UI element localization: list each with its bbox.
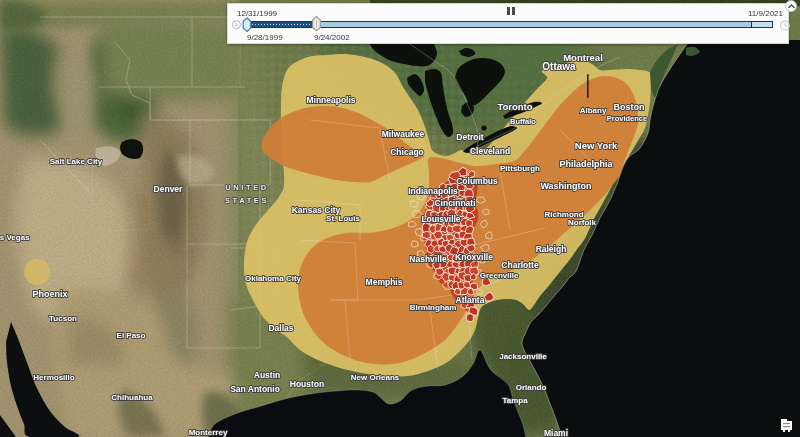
svg-text:Buffalo: Buffalo: [510, 117, 536, 126]
svg-text:Birmingham: Birmingham: [410, 303, 457, 312]
svg-text:Chihuahua: Chihuahua: [111, 393, 153, 402]
svg-text:Monterrey: Monterrey: [189, 428, 228, 437]
svg-text:Pittsburgh: Pittsburgh: [500, 164, 540, 173]
svg-text:Raleigh: Raleigh: [536, 244, 567, 254]
svg-text:UNITED: UNITED: [225, 183, 269, 192]
svg-text:Charlotte: Charlotte: [501, 260, 539, 270]
svg-text:Knoxville: Knoxville: [455, 252, 493, 262]
svg-text:Tampa: Tampa: [502, 396, 528, 405]
svg-text:Philadelphia: Philadelphia: [559, 159, 613, 169]
svg-text:Tucson: Tucson: [49, 314, 77, 323]
svg-text:Oklahoma City: Oklahoma City: [245, 274, 302, 283]
svg-text:Dallas: Dallas: [268, 323, 293, 333]
svg-text:Milwaukee: Milwaukee: [382, 129, 425, 139]
svg-text:Montreal: Montreal: [563, 52, 603, 63]
svg-text:Memphis: Memphis: [366, 277, 403, 287]
svg-text:Toronto: Toronto: [497, 101, 532, 112]
svg-text:Cleveland: Cleveland: [470, 146, 510, 156]
svg-text:Boston: Boston: [614, 102, 645, 112]
svg-text:Cincinnati: Cincinnati: [434, 198, 475, 208]
svg-text:Norfolk: Norfolk: [568, 218, 597, 227]
svg-text:Providence: Providence: [607, 114, 647, 123]
svg-text:El Paso: El Paso: [117, 331, 146, 340]
svg-text:Indianapolis: Indianapolis: [408, 186, 458, 196]
svg-text:Houston: Houston: [290, 379, 324, 389]
svg-text:San Antonio: San Antonio: [230, 384, 280, 394]
svg-text:Louisville: Louisville: [421, 214, 460, 224]
svg-text:Miami: Miami: [544, 428, 568, 437]
svg-text:Columbus: Columbus: [456, 176, 498, 186]
svg-text:Orlando: Orlando: [516, 383, 547, 392]
svg-text:New York: New York: [575, 140, 618, 151]
svg-text:Washington: Washington: [540, 181, 591, 191]
svg-text:Jacksonville: Jacksonville: [499, 352, 547, 361]
svg-text:St. Louis: St. Louis: [326, 214, 360, 223]
svg-text:Greenville: Greenville: [480, 271, 519, 280]
svg-text:Nashville: Nashville: [409, 254, 447, 264]
svg-text:Las Vegas: Las Vegas: [0, 233, 30, 242]
svg-text:Chicago: Chicago: [390, 147, 424, 157]
svg-text:Albany: Albany: [580, 106, 607, 115]
svg-text:STATES: STATES: [225, 196, 269, 205]
svg-text:Detroit: Detroit: [456, 132, 484, 142]
svg-text:New Orleans: New Orleans: [351, 373, 400, 382]
svg-text:Minneapolis: Minneapolis: [306, 95, 355, 105]
svg-text:Denver: Denver: [154, 184, 184, 194]
svg-text:Phoenix: Phoenix: [32, 289, 67, 299]
svg-text:Kansas City: Kansas City: [292, 205, 341, 215]
svg-text:Hermosillo: Hermosillo: [33, 373, 74, 382]
svg-text:Austin: Austin: [254, 370, 280, 380]
svg-text:Atlanta: Atlanta: [456, 295, 485, 305]
svg-text:Salt Lake City: Salt Lake City: [50, 157, 103, 166]
